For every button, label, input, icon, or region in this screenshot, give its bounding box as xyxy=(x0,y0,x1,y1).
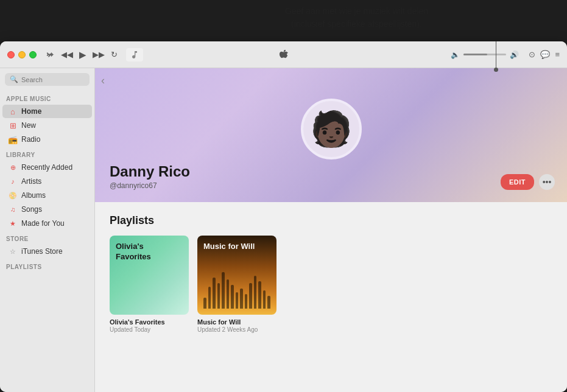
music-bars-visual xyxy=(203,272,270,309)
playlist-card-music-for-will[interactable]: Music for Will Music for Will Updated 2 … xyxy=(197,236,276,333)
sidebar-item-recently-added-label: Recently Added xyxy=(21,163,72,172)
radio-icon: 📻 xyxy=(9,135,17,144)
playlist-grid: Olivia'sFavorites Olivia's Favorites Upd… xyxy=(110,236,552,333)
playlist-overlay-title-will: Music for Will xyxy=(203,242,255,252)
sidebar-item-new[interactable]: ⊞ New xyxy=(2,119,92,132)
profile-name: Danny Rico xyxy=(110,163,190,180)
playlist-updated-olivia: Updated Today xyxy=(110,326,189,333)
previous-button[interactable]: ◀◀ xyxy=(61,50,73,59)
minimize-button[interactable] xyxy=(18,51,26,58)
sidebar: 🔍 Apple Music ⌂ Home ⊞ New 📻 Radio Libra… xyxy=(0,68,95,392)
lyrics-icon[interactable]: 💬 xyxy=(540,50,550,59)
playlist-name-will: Music for Will xyxy=(197,318,276,326)
playlist-name-olivia: Olivia's Favorites xyxy=(110,318,189,326)
search-input[interactable] xyxy=(21,76,85,83)
volume-control: 🔈 🔊 xyxy=(451,51,519,59)
more-button[interactable]: ••• xyxy=(539,174,555,190)
annotation-line xyxy=(496,41,496,72)
next-button[interactable]: ▶▶ xyxy=(93,50,105,59)
search-icon: 🔍 xyxy=(10,75,18,83)
playlist-artwork-olivias-favorites: Olivia'sFavorites xyxy=(110,236,189,315)
playlist-artwork-music-for-will: Music for Will xyxy=(197,236,276,315)
main-area: 🔍 Apple Music ⌂ Home ⊞ New 📻 Radio Libra… xyxy=(0,68,567,392)
sidebar-item-songs[interactable]: ♫ Songs xyxy=(2,203,92,216)
transport-controls: ◀◀ ▶ ▶▶ ↻ xyxy=(46,49,118,60)
sidebar-item-new-label: New xyxy=(21,121,36,130)
shuffle-button[interactable] xyxy=(46,51,55,59)
content-pane: ‹ 🧑🏿 Danny Rico @dannyrico67 EDIT ••• Pl… xyxy=(95,68,567,392)
profile-handle: @dannyrico67 xyxy=(110,181,190,190)
sidebar-item-radio[interactable]: 📻 Radio xyxy=(2,133,92,146)
playlists-label: Playlists xyxy=(0,259,94,272)
sidebar-item-artists-label: Artists xyxy=(21,177,41,186)
play-button[interactable]: ▶ xyxy=(79,49,86,60)
playlist-updated-will: Updated 2 Weeks Ago xyxy=(197,326,276,333)
traffic-lights xyxy=(7,51,37,58)
playlist-card-olivias-favorites[interactable]: Olivia'sFavorites Olivia's Favorites Upd… xyxy=(110,236,189,333)
albums-icon: 📀 xyxy=(9,191,17,200)
titlebar: ◀◀ ▶ ▶▶ ↻ 🔈 🔊 ⊙ 💬 ≡ xyxy=(0,41,567,68)
queue-icon[interactable]: ≡ xyxy=(555,50,560,59)
sidebar-item-albums[interactable]: 📀 Albums xyxy=(2,189,92,202)
avatar: 🧑🏿 xyxy=(301,99,362,159)
airplay-icon[interactable]: ⊙ xyxy=(529,50,535,59)
volume-max-icon: 🔊 xyxy=(510,51,519,59)
sidebar-item-made-for-you-label: Made for You xyxy=(21,219,65,228)
home-icon: ⌂ xyxy=(9,107,17,116)
playlists-title: Playlists xyxy=(110,214,552,227)
apple-music-label: Apple Music xyxy=(0,91,94,104)
sidebar-item-itunes-label: iTunes Store xyxy=(21,247,63,256)
songs-icon: ♫ xyxy=(9,205,17,214)
sidebar-item-made-for-you[interactable]: ★ Made for You xyxy=(2,217,92,230)
profile-info: Danny Rico @dannyrico67 xyxy=(110,163,190,190)
back-button[interactable]: ‹ xyxy=(101,74,105,87)
store-label: Store xyxy=(0,231,94,244)
volume-slider[interactable] xyxy=(463,54,506,55)
apple-logo xyxy=(279,50,289,60)
sidebar-item-home[interactable]: ⌂ Home xyxy=(2,105,92,118)
app-window: ◀◀ ▶ ▶▶ ↻ 🔈 🔊 ⊙ 💬 ≡ xyxy=(0,41,567,392)
playlists-section: Playlists Olivia'sFavorites Olivia's Fav… xyxy=(95,202,567,345)
itunes-icon: ☆ xyxy=(9,247,17,256)
profile-actions: EDIT ••• xyxy=(501,174,555,190)
sidebar-item-recently-added[interactable]: ⊕ Recently Added xyxy=(2,161,92,174)
right-controls: ⊙ 💬 ≡ xyxy=(529,50,560,59)
sidebar-item-itunes[interactable]: ☆ iTunes Store xyxy=(2,245,92,258)
profile-header: 🧑🏿 Danny Rico @dannyrico67 EDIT ••• xyxy=(95,68,567,202)
sidebar-item-artists[interactable]: ♪ Artists xyxy=(2,175,92,188)
annotation-text: Geef aan met wie je muziek wilt delen (i… xyxy=(171,5,543,30)
recently-added-icon: ⊕ xyxy=(9,163,17,172)
close-button[interactable] xyxy=(7,51,15,58)
sidebar-item-radio-label: Radio xyxy=(21,135,40,144)
sidebar-item-songs-label: Songs xyxy=(21,205,42,214)
library-label: Library xyxy=(0,147,94,160)
made-for-you-icon: ★ xyxy=(9,219,17,228)
sidebar-item-home-label: Home xyxy=(21,107,41,116)
playlist-overlay-title-olivia: Olivia'sFavorites xyxy=(116,242,151,262)
sidebar-item-albums-label: Albums xyxy=(21,191,46,200)
repeat-button[interactable]: ↻ xyxy=(111,50,118,59)
edit-button[interactable]: EDIT xyxy=(501,174,534,190)
avatar-container: 🧑🏿 xyxy=(301,99,362,159)
volume-min-icon: 🔈 xyxy=(451,51,460,59)
new-icon: ⊞ xyxy=(9,121,17,130)
music-app-icon xyxy=(126,48,143,61)
artists-icon: ♪ xyxy=(9,177,17,186)
fullscreen-button[interactable] xyxy=(29,51,37,58)
search-box[interactable]: 🔍 xyxy=(5,73,90,86)
